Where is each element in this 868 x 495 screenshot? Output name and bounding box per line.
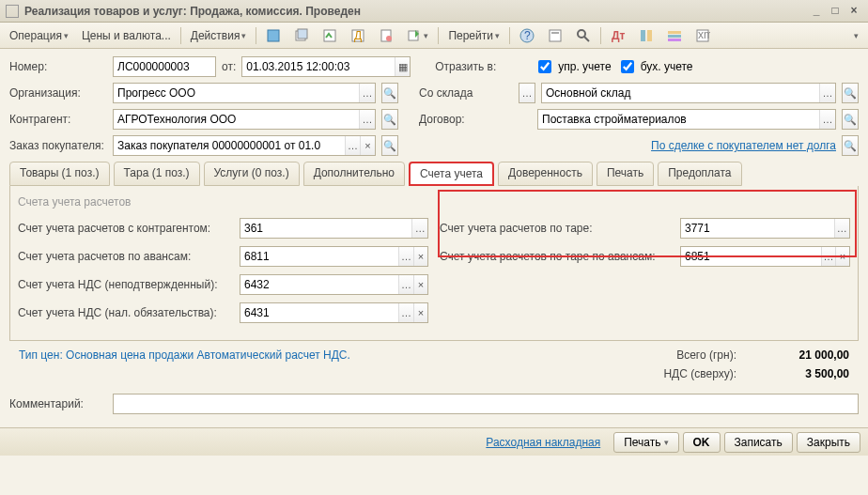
prices-button[interactable]: Цены и валюта... (76, 27, 177, 44)
ellipsis-icon[interactable]: … (398, 303, 412, 322)
tool-icon-4[interactable]: Д (345, 26, 371, 45)
clear-icon[interactable]: × (413, 303, 427, 322)
ellipsis-icon[interactable]: … (411, 219, 427, 238)
ellipsis-icon[interactable]: … (398, 247, 412, 266)
actions-menu[interactable]: Действия▾ (185, 27, 253, 44)
tool-icon-10[interactable] (633, 26, 659, 45)
fin-accounting-checkbox[interactable]: бух. учете (617, 57, 693, 76)
operation-menu[interactable]: Операция▾ (4, 27, 74, 44)
window-title: Реализация товаров и услуг: Продажа, ком… (24, 5, 806, 18)
svg-rect-18 (668, 31, 681, 34)
contract-label: Договор: (419, 113, 532, 126)
acct6-label: Счет учета расчетов по таре по авансам: (440, 250, 674, 263)
accounts-panel: Счета учета расчетов Счет учета расчетов… (9, 186, 859, 341)
ellipsis-icon[interactable]: … (398, 275, 412, 294)
warehouse-search-icon[interactable]: 🔍 (842, 83, 859, 103)
reflect-label: Отразить в: (435, 60, 529, 73)
acct4-input[interactable]: …× (240, 302, 428, 323)
tabs: Товары (1 поз.) Тара (1 поз.) Услуги (0 … (9, 162, 859, 186)
form-body: Номер: от: ▦ Отразить в: упр. учете бух.… (0, 49, 868, 427)
warehouse-input[interactable]: … (541, 83, 836, 103)
contr-search-icon[interactable]: 🔍 (381, 109, 398, 130)
save-button[interactable]: Записать (724, 432, 793, 453)
tool-icon-3[interactable] (317, 26, 343, 45)
tab-additional[interactable]: Дополнительно (303, 162, 405, 186)
clear-icon[interactable]: × (413, 247, 427, 266)
ellipsis-icon[interactable]: … (359, 84, 375, 102)
tab-services[interactable]: Услуги (0 поз.) (204, 162, 300, 186)
close-button[interactable]: Закрыть (797, 432, 860, 453)
acct2-input[interactable]: …× (240, 246, 428, 267)
ellipsis-icon[interactable]: … (345, 136, 360, 155)
help-icon[interactable]: ? (514, 26, 540, 45)
tool-icon-8[interactable] (570, 26, 597, 45)
tab-goods[interactable]: Товары (1 поз.) (9, 162, 110, 186)
order-search-icon[interactable]: 🔍 (381, 135, 398, 156)
org-search-icon[interactable]: 🔍 (381, 83, 398, 103)
tab-prepay[interactable]: Предоплата (658, 162, 741, 186)
tab-tare[interactable]: Тара (1 поз.) (114, 162, 200, 186)
tab-accounts[interactable]: Счета учета (409, 162, 494, 186)
contr-label: Контрагент: (9, 113, 107, 126)
acct4-label: Счет учета НДС (нал. обязательства): (18, 306, 234, 319)
titlebar: Реализация товаров и услуг: Продажа, ком… (0, 0, 868, 23)
contr-input[interactable]: … (113, 109, 376, 130)
date-input[interactable]: ▦ (241, 56, 411, 77)
total-value: 21 000,00 (765, 348, 849, 362)
acct3-label: Счет учета НДС (неподтвержденный): (18, 278, 234, 291)
clear-icon[interactable]: × (835, 247, 849, 266)
tool-icon-7[interactable] (542, 26, 568, 45)
acct3-input[interactable]: …× (240, 274, 428, 295)
tool-icon-6[interactable]: ▾ (401, 26, 434, 45)
acct1-input[interactable]: … (240, 218, 428, 239)
tool-icon-9[interactable]: Дт (605, 26, 631, 45)
clear-icon[interactable]: × (413, 275, 427, 294)
acct5-input[interactable]: … (680, 218, 850, 239)
tool-icon-12[interactable]: xml (690, 26, 716, 45)
ellipsis-icon[interactable]: … (834, 219, 849, 238)
tab-print[interactable]: Печать (597, 162, 654, 186)
ok-button[interactable]: OK (683, 432, 721, 453)
tool-icon-11[interactable] (661, 26, 688, 45)
tool-icon-5[interactable] (373, 26, 399, 45)
goto-menu[interactable]: Перейти▾ (442, 27, 505, 44)
clear-icon[interactable]: × (360, 136, 375, 155)
comment-input[interactable] (113, 394, 859, 414)
ellipsis-icon[interactable]: … (819, 84, 835, 102)
total-label: Всего (грн): (676, 348, 736, 362)
ellipsis-icon[interactable]: … (819, 110, 835, 129)
svg-line-14 (584, 37, 589, 41)
bottom-bar: Расходная накладная Печать▾ OK Записать … (0, 427, 868, 456)
number-label: Номер: (9, 60, 107, 73)
price-type-info[interactable]: Тип цен: Основная цена продажи Автоматич… (19, 348, 350, 362)
ellipsis-icon[interactable]: … (821, 247, 835, 266)
tool-icon-1[interactable] (260, 26, 287, 45)
debt-search-icon[interactable]: 🔍 (842, 135, 859, 156)
contract-search-icon[interactable]: 🔍 (842, 109, 859, 130)
calendar-icon[interactable]: ▦ (395, 57, 410, 76)
tool-icon-2[interactable] (288, 26, 315, 45)
debt-link[interactable]: По сделке с покупателем нет долга (651, 139, 836, 152)
org-input[interactable]: … (113, 83, 376, 103)
svg-text:?: ? (524, 29, 531, 42)
mgmt-accounting-checkbox[interactable]: упр. учете (535, 57, 611, 76)
svg-rect-16 (641, 30, 645, 41)
order-label: Заказ покупателя: (9, 139, 107, 152)
tab-proxy[interactable]: Доверенность (498, 162, 593, 186)
invoice-link[interactable]: Расходная накладная (486, 436, 600, 449)
svg-point-13 (578, 30, 585, 38)
number-input[interactable] (113, 56, 216, 77)
print-button[interactable]: Печать▾ (613, 432, 678, 453)
acct6-input[interactable]: …× (680, 246, 850, 267)
svg-text:Д: Д (354, 29, 362, 42)
svg-rect-11 (550, 30, 561, 41)
close-button[interactable]: × (845, 4, 862, 19)
toolbar-overflow[interactable]: ▾ (848, 29, 864, 42)
warehouse-ellipsis[interactable]: … (519, 83, 535, 103)
order-input[interactable]: … × (113, 135, 376, 156)
maximize-button[interactable]: □ (827, 4, 844, 19)
svg-text:xml: xml (698, 28, 710, 41)
contract-input[interactable]: … (537, 109, 836, 130)
minimize-button[interactable]: _ (808, 4, 825, 19)
ellipsis-icon[interactable]: … (359, 110, 375, 129)
